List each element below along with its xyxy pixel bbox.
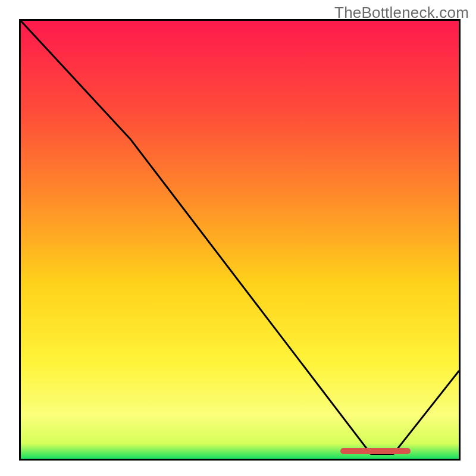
svg-rect-0 (21, 21, 459, 459)
watermark-text: TheBottleneck.com (334, 4, 469, 22)
optimal-range-marker (340, 448, 411, 454)
chart-container: TheBottleneck.com (0, 0, 476, 476)
background-gradient (21, 21, 459, 459)
plot-frame (19, 19, 461, 461)
